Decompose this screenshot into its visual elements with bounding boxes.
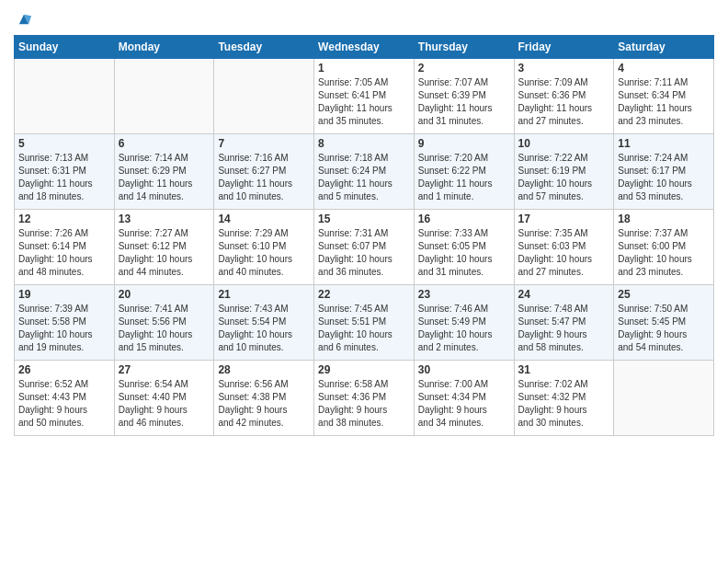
day-info: Sunrise: 7:22 AM Sunset: 6:19 PM Dayligh…	[518, 152, 610, 203]
day-info: Sunrise: 7:41 AM Sunset: 5:56 PM Dayligh…	[119, 303, 210, 354]
day-number: 17	[518, 213, 610, 225]
weekday-header: Tuesday	[214, 36, 314, 59]
day-number: 26	[18, 363, 110, 376]
calendar-cell: 23Sunrise: 7:46 AM Sunset: 5:49 PM Dayli…	[414, 285, 514, 361]
day-number: 18	[618, 213, 710, 225]
week-row: 5Sunrise: 7:13 AM Sunset: 6:31 PM Daylig…	[15, 134, 714, 210]
calendar-cell: 12Sunrise: 7:26 AM Sunset: 6:14 PM Dayli…	[15, 210, 115, 285]
calendar-cell: 1Sunrise: 7:05 AM Sunset: 6:41 PM Daylig…	[314, 59, 415, 134]
day-info: Sunrise: 7:16 AM Sunset: 6:27 PM Dayligh…	[218, 152, 310, 203]
week-row: 1Sunrise: 7:05 AM Sunset: 6:41 PM Daylig…	[15, 59, 714, 134]
day-number: 21	[218, 288, 310, 301]
day-info: Sunrise: 6:52 AM Sunset: 4:43 PM Dayligh…	[18, 378, 110, 430]
day-info: Sunrise: 7:11 AM Sunset: 6:34 PM Dayligh…	[618, 76, 710, 128]
day-info: Sunrise: 7:18 AM Sunset: 6:24 PM Dayligh…	[318, 152, 410, 203]
calendar-cell: 13Sunrise: 7:27 AM Sunset: 6:12 PM Dayli…	[114, 210, 214, 285]
day-number: 22	[318, 288, 410, 301]
page-container: SundayMondayTuesdayWednesdayThursdayFrid…	[0, 0, 728, 445]
weekday-header: Saturday	[614, 36, 714, 59]
day-info: Sunrise: 7:07 AM Sunset: 6:39 PM Dayligh…	[418, 76, 510, 128]
calendar-cell: 6Sunrise: 7:14 AM Sunset: 6:29 PM Daylig…	[114, 134, 214, 210]
day-number: 15	[318, 213, 410, 225]
calendar-cell: 30Sunrise: 7:00 AM Sunset: 4:34 PM Dayli…	[414, 361, 514, 436]
calendar-cell: 14Sunrise: 7:29 AM Sunset: 6:10 PM Dayli…	[214, 210, 314, 285]
day-number: 14	[218, 213, 310, 225]
day-info: Sunrise: 7:45 AM Sunset: 5:51 PM Dayligh…	[318, 303, 410, 354]
weekday-header: Friday	[514, 36, 614, 59]
day-info: Sunrise: 7:05 AM Sunset: 6:41 PM Dayligh…	[318, 76, 410, 128]
day-number: 19	[18, 288, 110, 301]
header	[14, 9, 714, 29]
calendar-cell: 24Sunrise: 7:48 AM Sunset: 5:47 PM Dayli…	[514, 285, 614, 361]
calendar-cell: 31Sunrise: 7:02 AM Sunset: 4:32 PM Dayli…	[514, 361, 614, 436]
day-info: Sunrise: 7:48 AM Sunset: 5:47 PM Dayligh…	[518, 303, 610, 354]
day-number: 29	[318, 363, 410, 376]
day-info: Sunrise: 7:50 AM Sunset: 5:45 PM Dayligh…	[618, 303, 710, 354]
calendar-table: SundayMondayTuesdayWednesdayThursdayFrid…	[14, 35, 714, 436]
week-row: 26Sunrise: 6:52 AM Sunset: 4:43 PM Dayli…	[15, 361, 714, 436]
calendar-cell: 4Sunrise: 7:11 AM Sunset: 6:34 PM Daylig…	[614, 59, 714, 134]
day-number: 3	[518, 62, 610, 75]
day-info: Sunrise: 7:00 AM Sunset: 4:34 PM Dayligh…	[418, 378, 510, 430]
calendar-cell: 21Sunrise: 7:43 AM Sunset: 5:54 PM Dayli…	[214, 285, 314, 361]
day-info: Sunrise: 7:13 AM Sunset: 6:31 PM Dayligh…	[18, 152, 110, 203]
day-number: 8	[318, 137, 410, 150]
calendar-cell: 19Sunrise: 7:39 AM Sunset: 5:58 PM Dayli…	[15, 285, 115, 361]
calendar-cell	[614, 361, 714, 436]
weekday-header: Monday	[114, 36, 214, 59]
calendar-cell: 7Sunrise: 7:16 AM Sunset: 6:27 PM Daylig…	[214, 134, 314, 210]
logo	[14, 9, 34, 29]
calendar-cell: 25Sunrise: 7:50 AM Sunset: 5:45 PM Dayli…	[614, 285, 714, 361]
day-number: 23	[418, 288, 510, 301]
day-info: Sunrise: 7:46 AM Sunset: 5:49 PM Dayligh…	[418, 303, 510, 354]
day-number: 4	[618, 62, 710, 75]
calendar-cell: 11Sunrise: 7:24 AM Sunset: 6:17 PM Dayli…	[614, 134, 714, 210]
day-number: 31	[518, 363, 610, 376]
calendar-header-row: SundayMondayTuesdayWednesdayThursdayFrid…	[15, 36, 714, 59]
calendar-cell: 16Sunrise: 7:33 AM Sunset: 6:05 PM Dayli…	[414, 210, 514, 285]
calendar-cell: 20Sunrise: 7:41 AM Sunset: 5:56 PM Dayli…	[114, 285, 214, 361]
day-number: 28	[218, 363, 310, 376]
day-number: 24	[518, 288, 610, 301]
day-number: 16	[418, 213, 510, 225]
day-number: 5	[18, 137, 110, 150]
day-number: 2	[418, 62, 510, 75]
day-info: Sunrise: 7:33 AM Sunset: 6:05 PM Dayligh…	[418, 227, 510, 279]
weekday-header: Wednesday	[314, 36, 415, 59]
day-number: 9	[418, 137, 510, 150]
day-info: Sunrise: 7:39 AM Sunset: 5:58 PM Dayligh…	[18, 303, 110, 354]
calendar-cell: 2Sunrise: 7:07 AM Sunset: 6:39 PM Daylig…	[414, 59, 514, 134]
weekday-header: Thursday	[414, 36, 514, 59]
calendar-cell	[214, 59, 314, 134]
day-info: Sunrise: 7:24 AM Sunset: 6:17 PM Dayligh…	[618, 152, 710, 203]
week-row: 12Sunrise: 7:26 AM Sunset: 6:14 PM Dayli…	[15, 210, 714, 285]
calendar-cell: 27Sunrise: 6:54 AM Sunset: 4:40 PM Dayli…	[114, 361, 214, 436]
day-info: Sunrise: 7:02 AM Sunset: 4:32 PM Dayligh…	[518, 378, 610, 430]
day-number: 13	[119, 213, 210, 225]
calendar-cell: 28Sunrise: 6:56 AM Sunset: 4:38 PM Dayli…	[214, 361, 314, 436]
calendar-cell	[114, 59, 214, 134]
calendar-cell: 15Sunrise: 7:31 AM Sunset: 6:07 PM Dayli…	[314, 210, 415, 285]
day-info: Sunrise: 7:43 AM Sunset: 5:54 PM Dayligh…	[218, 303, 310, 354]
day-number: 1	[318, 62, 410, 75]
calendar-cell: 22Sunrise: 7:45 AM Sunset: 5:51 PM Dayli…	[314, 285, 415, 361]
calendar-cell: 3Sunrise: 7:09 AM Sunset: 6:36 PM Daylig…	[514, 59, 614, 134]
day-info: Sunrise: 7:37 AM Sunset: 6:00 PM Dayligh…	[618, 227, 710, 279]
day-number: 12	[18, 213, 110, 225]
day-number: 10	[518, 137, 610, 150]
logo-icon	[14, 9, 34, 29]
day-info: Sunrise: 7:20 AM Sunset: 6:22 PM Dayligh…	[418, 152, 510, 203]
weekday-header: Sunday	[15, 36, 115, 59]
calendar-cell: 29Sunrise: 6:58 AM Sunset: 4:36 PM Dayli…	[314, 361, 415, 436]
day-number: 6	[119, 137, 210, 150]
day-number: 20	[119, 288, 210, 301]
calendar-cell: 5Sunrise: 7:13 AM Sunset: 6:31 PM Daylig…	[15, 134, 115, 210]
day-info: Sunrise: 7:26 AM Sunset: 6:14 PM Dayligh…	[18, 227, 110, 279]
day-number: 27	[119, 363, 210, 376]
calendar-cell: 10Sunrise: 7:22 AM Sunset: 6:19 PM Dayli…	[514, 134, 614, 210]
calendar-cell	[15, 59, 115, 134]
day-number: 30	[418, 363, 510, 376]
day-info: Sunrise: 7:35 AM Sunset: 6:03 PM Dayligh…	[518, 227, 610, 279]
day-info: Sunrise: 6:58 AM Sunset: 4:36 PM Dayligh…	[318, 378, 410, 430]
day-info: Sunrise: 7:09 AM Sunset: 6:36 PM Dayligh…	[518, 76, 610, 128]
